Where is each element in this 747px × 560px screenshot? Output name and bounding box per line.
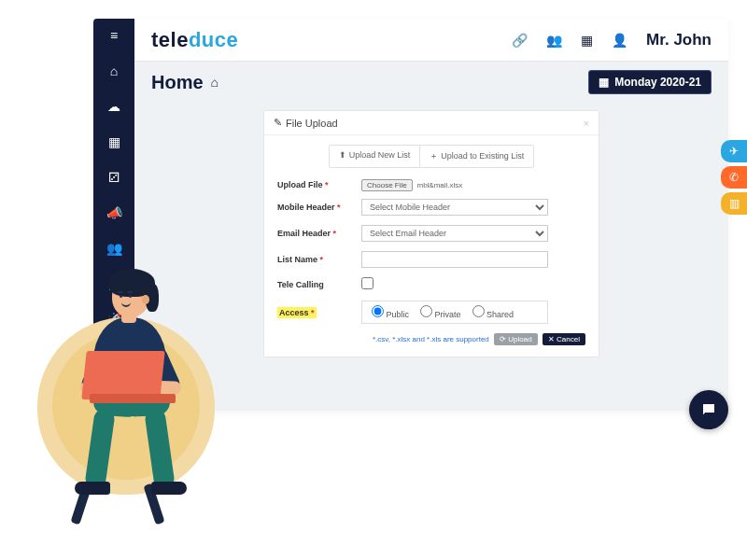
network-icon[interactable]: ⚂: [103, 168, 125, 187]
file-upload-panel: ✎ File Upload × ⬆Upload New List ＋Upload…: [263, 110, 599, 357]
date-badge[interactable]: ▦ Monday 2020-21: [588, 70, 712, 94]
megaphone-icon[interactable]: 📣: [103, 203, 125, 222]
chat-fab[interactable]: [689, 390, 728, 429]
panel-footer: *.csv, *.xlsx and *.xls are supported ⟳ …: [277, 333, 585, 345]
access-radio-group: Public Private Shared: [361, 301, 548, 324]
user-icon[interactable]: 👤: [612, 33, 627, 48]
label-tele-calling: Tele Calling: [277, 280, 361, 289]
panel-title: File Upload: [286, 118, 338, 129]
row-access: Access * Public Private Shared: [277, 301, 585, 324]
illustration-person: [9, 243, 233, 541]
row-list-name: List Name *: [277, 251, 585, 268]
floating-pills: ✈ ✆ ▥: [721, 140, 747, 215]
calendar-icon: ▦: [599, 76, 609, 89]
cancel-button[interactable]: ✕ Cancel: [543, 333, 585, 345]
choose-file-button[interactable]: Choose File: [361, 179, 413, 191]
pill-chat-icon[interactable]: ✈: [721, 140, 747, 162]
file-name: mbl&mail.xlsx: [416, 181, 462, 189]
email-header-select[interactable]: Select Email Header: [361, 225, 548, 242]
radio-private[interactable]: Private: [420, 305, 461, 319]
panel-body: ⬆Upload New List ＋Upload to Existing Lis…: [264, 135, 599, 357]
apps-icon[interactable]: ▦: [581, 33, 593, 48]
mobile-header-select[interactable]: Select Mobile Header: [361, 199, 548, 216]
close-icon[interactable]: ×: [584, 118, 589, 129]
row-upload-file: Upload File * Choose File mbl&mail.xlsx: [277, 179, 585, 189]
home-icon: ⌂: [211, 75, 218, 90]
topbar-right: 🔗 👥 ▦ 👤 Mr. John: [512, 31, 712, 49]
row-tele-calling: Tele Calling: [277, 277, 585, 291]
user-name[interactable]: Mr. John: [646, 31, 712, 49]
panel-header: ✎ File Upload ×: [264, 111, 599, 135]
label-email-header: Email Header *: [277, 229, 361, 238]
pill-columns-icon[interactable]: ▥: [721, 192, 747, 215]
link-icon[interactable]: 🔗: [512, 33, 528, 48]
label-list-name: List Name *: [277, 255, 361, 264]
support-note: *.csv, *.xlsx and *.xls are supported: [373, 335, 489, 343]
label-mobile-header: Mobile Header *: [277, 203, 361, 212]
group-icon[interactable]: 👥: [546, 33, 562, 48]
row-mobile-header: Mobile Header * Select Mobile Header: [277, 199, 585, 216]
pill-phone-icon[interactable]: ✆: [721, 166, 747, 189]
home-icon[interactable]: ⌂: [103, 62, 125, 80]
tele-calling-checkbox[interactable]: [361, 277, 374, 289]
radio-public[interactable]: Public: [372, 305, 409, 319]
calendar-icon[interactable]: ▦: [103, 133, 125, 151]
tab-upload-new[interactable]: ⬆Upload New List: [330, 146, 421, 167]
label-upload-file: Upload File *: [277, 180, 361, 189]
row-email-header: Email Header * Select Email Header: [277, 225, 585, 242]
edit-icon: ✎: [274, 117, 282, 129]
panel-tabs: ⬆Upload New List ＋Upload to Existing Lis…: [329, 145, 535, 168]
upload-button[interactable]: ⟳ Upload: [494, 333, 538, 345]
chat-icon: [700, 401, 717, 418]
page-title: Home ⌂: [151, 72, 218, 93]
radio-shared[interactable]: Shared: [472, 305, 514, 319]
topbar: teleduce 🔗 👥 ▦ 👤 Mr. John: [134, 19, 728, 62]
tab-upload-existing[interactable]: ＋Upload to Existing List: [420, 146, 533, 167]
list-name-input[interactable]: [361, 251, 548, 268]
cloud-icon[interactable]: ☁: [103, 97, 125, 116]
brand-logo: teleduce: [151, 28, 238, 52]
subbar: Home ⌂ ▦ Monday 2020-21: [134, 62, 728, 103]
menu-icon[interactable]: ≡: [103, 26, 125, 45]
label-access: Access *: [277, 308, 361, 317]
